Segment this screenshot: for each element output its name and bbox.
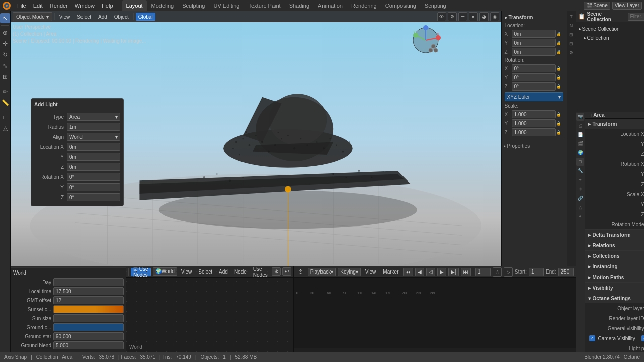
transform-mode-global[interactable]: Global <box>136 13 155 21</box>
local-time-value[interactable]: 17.500 <box>53 287 124 295</box>
props-icon-physics[interactable]: ⚛ <box>576 185 584 193</box>
playback-dropdown[interactable]: Playback ▾ <box>308 268 336 276</box>
viewport-shade-wireframe[interactable]: ☰ <box>458 12 467 21</box>
tab-layout[interactable]: Layout <box>122 0 147 11</box>
sp-relations-header[interactable]: ▸ Relations <box>585 240 644 250</box>
jump-end-btn[interactable]: ⏭ <box>461 268 471 276</box>
viewport-shade-solid[interactable]: ● <box>469 12 478 21</box>
light-rot-x-value[interactable]: 0° <box>67 173 120 181</box>
viewport-overlay-btn[interactable]: 👁 <box>437 12 446 21</box>
tool-rotate[interactable]: ↻ <box>0 50 10 60</box>
sp-transform-header[interactable]: ▸ Transform <box>585 119 644 129</box>
viewport-shade-render[interactable]: ◉ <box>490 12 499 21</box>
strip-icon-1[interactable]: T <box>567 13 575 21</box>
props-icon-output[interactable]: 🖨 <box>576 122 584 130</box>
ground-blend-value[interactable]: 5.000 <box>53 341 124 349</box>
tab-sculpting[interactable]: Sculpting <box>178 0 209 11</box>
start-frame-input[interactable]: 1 <box>529 268 544 276</box>
timeline-icon[interactable]: ⏱ <box>296 267 306 277</box>
rot-y-field[interactable]: 0° <box>512 73 556 81</box>
strip-icon-5[interactable]: ⚙ <box>567 49 575 57</box>
camera-visibility-checkbox[interactable]: ✓ <box>589 335 595 341</box>
light-rot-z-value[interactable]: 0° <box>67 193 120 201</box>
light-loc-y-value[interactable]: 0m <box>67 153 120 161</box>
collection-main[interactable]: ▸ Collection <box>578 33 644 42</box>
props-icon-data[interactable]: △ <box>576 203 584 211</box>
tool-annotate[interactable]: ✏ <box>0 86 10 97</box>
tl-view[interactable]: View <box>363 267 379 277</box>
tl-marker[interactable]: Marker <box>380 267 401 277</box>
tab-compositing[interactable]: Compositing <box>381 0 420 11</box>
props-icon-scene[interactable]: 🎬 <box>576 140 584 148</box>
sp-motion-header[interactable]: ▸ Motion Paths <box>585 272 644 282</box>
scene-selector[interactable]: 🎬 Scene <box>584 2 610 10</box>
properties-row-link[interactable]: ▸ Properties <box>504 141 565 150</box>
tool-scale[interactable]: ⤡ <box>0 61 10 71</box>
day-value[interactable] <box>53 278 124 286</box>
end-frame-input[interactable]: 250 <box>558 268 574 276</box>
viewport-view-menu[interactable]: View <box>57 12 73 21</box>
menu-edit[interactable]: Edit <box>30 0 46 11</box>
light-align-value[interactable]: World ▾ <box>67 133 120 141</box>
keying-dropdown[interactable]: Keying ▾ <box>338 268 361 276</box>
sp-collections-header[interactable]: ▸ Collections <box>585 251 644 261</box>
tab-uv[interactable]: UV Editing <box>209 0 244 11</box>
object-mode-dropdown[interactable]: Object Mode ▾ <box>13 12 52 21</box>
tool-select[interactable]: ↖ <box>0 13 10 23</box>
sp-delta-header[interactable]: ▸ Delta Transform <box>585 230 644 240</box>
tool-cursor[interactable]: ⊕ <box>0 28 10 38</box>
outliner-search[interactable] <box>628 13 644 21</box>
next-keyframe-icon[interactable]: ▷ <box>504 267 513 277</box>
view-layer-btn[interactable]: View Layer <box>612 2 642 10</box>
current-frame-input[interactable]: 1 <box>475 268 491 276</box>
sunset-value[interactable] <box>53 305 124 313</box>
tool-measure[interactable]: 📏 <box>0 98 10 108</box>
ground-c-value[interactable] <box>53 323 124 331</box>
viewport-render-btn[interactable]: ⚙ <box>448 12 457 21</box>
scale-y-field[interactable]: 1.000 <box>512 119 556 127</box>
light-loc-z-value[interactable]: 0m <box>67 163 120 171</box>
tool-add-mesh[interactable]: △ <box>0 123 10 133</box>
menu-render[interactable]: Render <box>47 0 71 11</box>
play-btn[interactable]: ▶ <box>437 268 446 276</box>
loc-y-field[interactable]: 0m <box>512 39 556 47</box>
sun-size-value[interactable] <box>53 314 124 322</box>
tool-move[interactable]: ✛ <box>0 39 10 49</box>
props-icon-modifier[interactable]: 🔧 <box>576 167 584 175</box>
collection-scene[interactable]: ▸ Scene Collection <box>578 24 644 33</box>
light-radius-value[interactable]: 1m <box>67 123 120 131</box>
props-icon-object[interactable]: □ <box>576 158 584 166</box>
scale-x-field[interactable]: 1.000 <box>512 110 556 118</box>
props-icon-world[interactable]: 🌍 <box>576 149 584 157</box>
tab-modeling[interactable]: Modeling <box>147 0 178 11</box>
menu-file[interactable]: File <box>14 0 29 11</box>
keyframe-icon[interactable]: ◇ <box>493 267 502 277</box>
tab-texture-paint[interactable]: Texture Paint <box>244 0 284 11</box>
light-type-value[interactable]: Area ▾ <box>67 113 120 121</box>
viewport-shade-material[interactable]: ◕ <box>479 12 489 21</box>
sp-visibility-header[interactable]: ▸ Visibility <box>585 283 644 293</box>
rot-x-field[interactable]: 0° <box>512 64 556 72</box>
strip-icon-4[interactable]: ⊟ <box>567 40 575 48</box>
play-reverse-btn[interactable]: ◁ <box>426 268 435 276</box>
euler-mode-select[interactable]: XYZ Euler ▾ <box>505 92 564 101</box>
strip-icon-2[interactable]: N <box>567 22 575 30</box>
tab-rendering[interactable]: Rendering <box>347 0 381 11</box>
props-icon-view-layer[interactable]: 📑 <box>576 131 584 139</box>
tab-animation[interactable]: Animation <box>314 0 347 11</box>
viewport-object-menu[interactable]: Object <box>112 12 131 21</box>
menu-help[interactable]: Help <box>99 0 116 11</box>
jump-start-btn[interactable]: ⏮ <box>403 268 413 276</box>
tab-shading[interactable]: Shading <box>285 0 313 11</box>
viewport-gizmo[interactable]: X Y Z <box>411 25 441 56</box>
sp-octane-header[interactable]: ▾ Octane Settings <box>585 293 644 303</box>
next-frame-btn[interactable]: ▶| <box>448 268 459 276</box>
tool-add-cube[interactable]: □ <box>0 112 10 122</box>
light-rot-y-value[interactable]: 0° <box>67 183 120 191</box>
ground-star-value[interactable]: 90.000 <box>53 332 124 340</box>
light-loc-x-value[interactable]: 0m <box>67 143 120 151</box>
strip-icon-3[interactable]: ⊞ <box>567 31 575 39</box>
props-icon-render[interactable]: 📷 <box>576 113 584 121</box>
menu-window[interactable]: Window <box>72 0 98 11</box>
loc-z-field[interactable]: 0m <box>512 48 556 56</box>
